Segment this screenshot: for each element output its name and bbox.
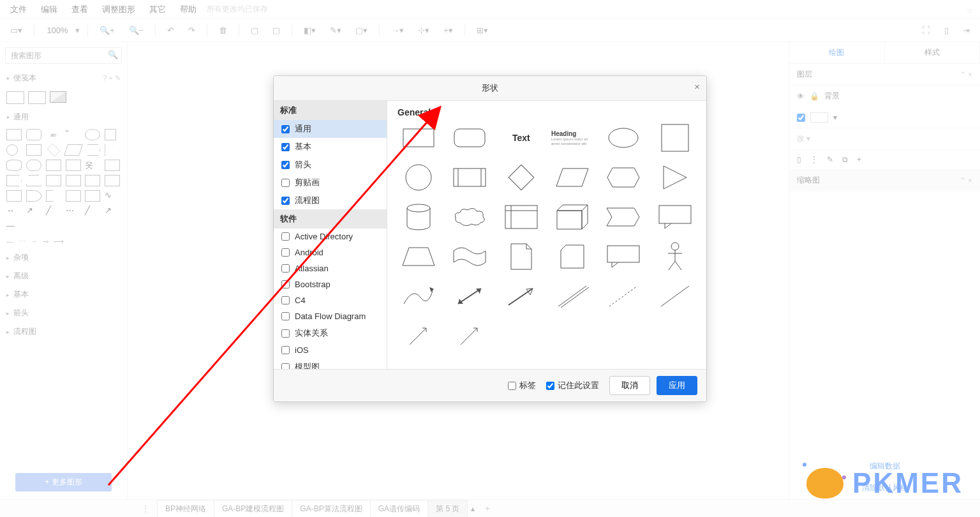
table-icon[interactable]: ⊞▾ <box>473 23 492 38</box>
sidebar-group[interactable]: ▸高级 <box>0 267 127 285</box>
sidebar-group[interactable]: ▸流程图 <box>0 322 127 341</box>
search-input[interactable] <box>5 47 122 64</box>
dialog-item-checkbox[interactable] <box>281 312 290 320</box>
dialog-item[interactable]: Data Flow Diagram <box>274 308 387 324</box>
palette-line2[interactable]: ╱ <box>85 206 100 217</box>
page-tab[interactable]: GA遗传编码 <box>370 500 428 518</box>
palette-hexagon[interactable] <box>85 144 100 156</box>
page-dropdown-icon[interactable]: ▴ <box>467 504 479 513</box>
options-row[interactable]: 改 ▾ <box>789 128 980 150</box>
layer-row[interactable]: 图层⌃ × <box>789 64 980 86</box>
tags-checkbox[interactable]: 标签 <box>508 380 536 391</box>
preview-line[interactable] <box>654 281 696 311</box>
outline-row[interactable]: 缩略图⌃ × <box>789 170 980 191</box>
page-tab[interactable]: BP神经网络 <box>157 500 214 518</box>
palette-curve[interactable]: ∿ <box>105 190 120 202</box>
palette-round-rect[interactable] <box>26 129 41 140</box>
delete-icon[interactable]: 🗑 <box>215 23 231 38</box>
palette-cylinder[interactable] <box>6 160 22 171</box>
preview-triangle[interactable] <box>654 162 696 193</box>
dots-icon[interactable]: ⋮ <box>810 155 818 164</box>
dialog-item[interactable]: Active Directory <box>274 229 387 244</box>
template-1[interactable] <box>6 91 24 104</box>
sidebar-group[interactable]: ▸基本 <box>0 285 127 304</box>
fullscreen-icon[interactable]: ⛶ <box>918 23 934 38</box>
dialog-item[interactable]: 基本 <box>274 138 387 156</box>
palette-biarrow[interactable]: ↔ <box>6 206 22 217</box>
copy-icon[interactable]: ⧉ <box>842 155 848 164</box>
palette-triangle[interactable] <box>105 144 120 156</box>
preview-internal[interactable] <box>500 202 542 232</box>
template-3[interactable] <box>50 91 66 103</box>
page-tab[interactable]: 第 5 页 <box>427 500 468 518</box>
add-page-icon[interactable]: + <box>479 504 496 513</box>
dialog-item-checkbox[interactable] <box>281 296 290 304</box>
preview-text[interactable]: Text <box>500 123 542 153</box>
waypoint-icon[interactable]: ⊹▾ <box>414 23 433 38</box>
preview-speech[interactable] <box>602 241 644 272</box>
preview-step[interactable] <box>602 202 644 232</box>
palette-tape[interactable] <box>46 175 61 186</box>
preview-thinarrow1[interactable] <box>397 320 440 351</box>
search-icon[interactable]: 🔍 <box>108 50 118 59</box>
palette-callout[interactable] <box>46 160 61 171</box>
palette-and[interactable] <box>46 190 61 202</box>
palette-dashed[interactable]: ⋯ <box>66 206 81 217</box>
zoom-input[interactable] <box>42 26 73 35</box>
preview-trapezoid[interactable] <box>397 241 440 272</box>
page-tab[interactable]: GA-BP算法流程图 <box>292 500 370 518</box>
template-2[interactable] <box>28 91 46 104</box>
sidebar-toggle-icon[interactable]: ▭▾ <box>6 23 26 38</box>
preview-roundrect[interactable] <box>449 123 491 153</box>
palette-container[interactable] <box>66 190 81 202</box>
format-panel-icon[interactable]: ▯ <box>940 23 953 38</box>
dialog-item-checkbox[interactable] <box>281 248 290 257</box>
preview-biarrow[interactable] <box>449 281 491 311</box>
menu-other[interactable]: 其它 <box>143 1 172 18</box>
palette-line1[interactable]: ╱ <box>46 206 61 217</box>
dialog-item[interactable]: 箭头 <box>274 156 387 174</box>
dialog-item[interactable]: C4 <box>274 292 387 308</box>
palette-circle[interactable] <box>6 144 18 156</box>
dialog-item-checkbox[interactable] <box>281 143 290 151</box>
preview-rect[interactable] <box>397 123 440 153</box>
zoom-control[interactable]: ▾ <box>42 26 80 35</box>
menu-view[interactable]: 查看 <box>65 1 94 18</box>
dialog-item-checkbox[interactable] <box>281 346 290 354</box>
remember-checkbox[interactable]: 记住此设置 <box>546 380 599 391</box>
dialog-item-checkbox[interactable] <box>281 232 290 241</box>
palette-trapezoid[interactable] <box>26 175 41 186</box>
preview-process[interactable] <box>449 162 491 193</box>
dialog-item[interactable]: 剪贴画 <box>274 174 387 191</box>
preview-hexagon[interactable] <box>602 162 644 193</box>
dialog-item[interactable]: iOS <box>274 342 387 358</box>
preview-tape[interactable] <box>449 241 491 272</box>
preview-card[interactable] <box>551 241 593 272</box>
dialog-item-checkbox[interactable] <box>281 329 290 338</box>
menu-edit[interactable]: 编辑 <box>34 1 64 18</box>
appearance-icon[interactable]: ☼ <box>963 2 976 17</box>
palette-arrow[interactable]: ↗ <box>26 206 41 217</box>
close-icon[interactable]: × <box>694 81 700 92</box>
menu-file[interactable]: 文件 <box>4 1 33 18</box>
palette-internal[interactable] <box>6 190 22 202</box>
fill-icon[interactable]: ◧▾ <box>300 23 320 38</box>
palette-step[interactable] <box>6 175 22 186</box>
dialog-item[interactable]: 实体关系 <box>274 324 387 342</box>
palette-note[interactable] <box>66 175 81 186</box>
preview-square[interactable] <box>654 123 696 153</box>
dialog-item-checkbox[interactable] <box>281 179 290 187</box>
shadow-icon[interactable]: ▢▾ <box>352 23 371 38</box>
fill-checkbox[interactable] <box>797 114 805 122</box>
dialog-item-checkbox[interactable] <box>281 363 290 370</box>
preview-cube[interactable] <box>551 202 593 232</box>
menu-adjust[interactable]: 调整图形 <box>96 1 142 18</box>
dialog-item[interactable]: 通用 <box>274 120 387 138</box>
preview-circle[interactable] <box>397 162 440 193</box>
dialog-item-checkbox[interactable] <box>281 280 290 288</box>
apply-button[interactable]: 应用 <box>657 376 697 395</box>
preview-actor[interactable] <box>654 241 696 272</box>
dialog-item-checkbox[interactable] <box>281 197 290 205</box>
tab-style[interactable]: 样式 <box>885 42 981 63</box>
preview-cloud[interactable] <box>449 202 491 232</box>
